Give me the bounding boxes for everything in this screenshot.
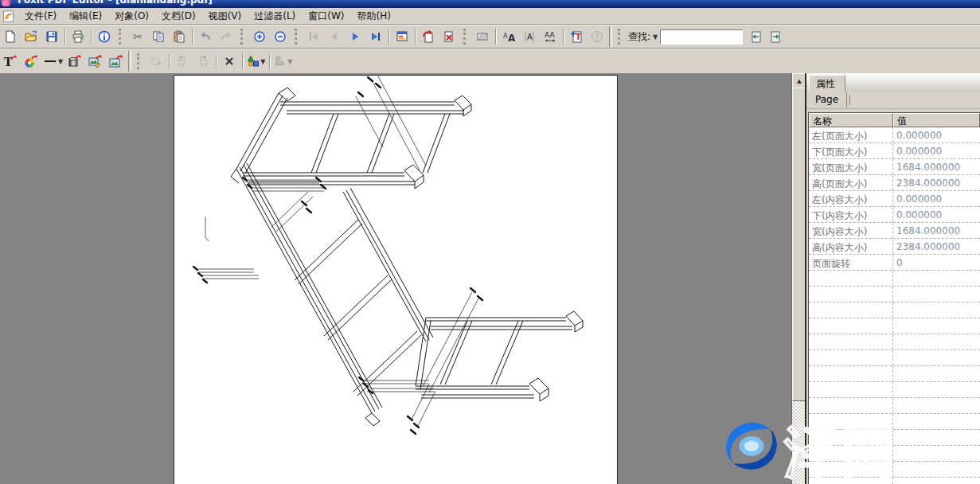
property-name: 左(页面大小) xyxy=(809,127,893,142)
first-page-button[interactable] xyxy=(303,27,324,46)
menu-item-2[interactable]: 对象(O) xyxy=(108,8,155,25)
property-row[interactable]: 宽(内容大小)1684.000000 xyxy=(809,223,980,239)
property-row[interactable]: 下(内容大小)0.000000 xyxy=(809,207,980,223)
insert-text-button[interactable]: T xyxy=(566,27,587,46)
pdf-page[interactable] xyxy=(174,75,618,484)
property-row[interactable] xyxy=(809,271,980,287)
document-icon[interactable] xyxy=(2,10,15,22)
menu-item-4[interactable]: 视图(V) xyxy=(202,8,248,25)
property-row[interactable] xyxy=(809,382,980,398)
document-workspace[interactable] xyxy=(0,73,791,484)
properties-table: 名称 值 左(页面大小)0.000000下(页面大小)0.000000宽(页面大… xyxy=(808,112,980,484)
property-row[interactable] xyxy=(809,287,980,302)
property-row[interactable]: 高(内容大小)2384.000000 xyxy=(809,239,980,255)
undo-button[interactable] xyxy=(195,27,216,46)
page-content-hatch-button[interactable] xyxy=(472,27,493,46)
menu-item-6[interactable]: 窗口(W) xyxy=(302,8,350,25)
find-input[interactable] xyxy=(660,29,743,45)
toolbar-grab-handle[interactable] xyxy=(119,29,123,45)
add-text-button[interactable]: T xyxy=(0,52,21,71)
redo-button[interactable] xyxy=(216,27,236,46)
next-page-button[interactable] xyxy=(345,27,365,46)
property-row[interactable] xyxy=(809,478,980,484)
rotate-object-left-button[interactable] xyxy=(172,52,193,71)
insert-shape-button[interactable]: ▼ xyxy=(245,52,267,71)
scissors-icon: ✂ xyxy=(133,30,143,43)
property-row[interactable]: 页面旋转0 xyxy=(809,255,980,271)
find-next-button[interactable] xyxy=(766,27,787,46)
property-row[interactable] xyxy=(809,334,980,350)
property-name: 页面旋转 xyxy=(809,255,893,270)
open-file-button[interactable] xyxy=(21,27,41,46)
property-row[interactable] xyxy=(809,350,980,366)
property-row[interactable]: 宽(页面大小)1684.000000 xyxy=(809,159,980,175)
property-row[interactable]: 下(页面大小)0.000000 xyxy=(809,143,980,159)
save-button[interactable] xyxy=(41,27,62,46)
copy-button[interactable] xyxy=(148,27,169,46)
paste-button[interactable] xyxy=(169,27,189,46)
property-row[interactable] xyxy=(809,446,980,462)
line-style-button[interactable]: ▼ xyxy=(41,52,64,71)
print-button[interactable] xyxy=(68,27,88,46)
menu-item-7[interactable]: 帮助(H) xyxy=(351,8,397,25)
property-value xyxy=(893,366,980,381)
property-row[interactable] xyxy=(809,302,980,318)
toolbar-grab-handle[interactable] xyxy=(137,53,142,69)
font-size-button[interactable]: AA xyxy=(498,27,519,46)
property-name xyxy=(809,462,893,477)
menu-item-1[interactable]: 编辑(E) xyxy=(63,8,108,25)
previous-page-button[interactable] xyxy=(324,27,345,46)
last-page-button[interactable] xyxy=(365,27,386,46)
page-thumbnails-button[interactable] xyxy=(392,27,412,46)
insert-shape-dropdown-icon[interactable]: ▼ xyxy=(260,58,265,65)
property-value xyxy=(893,462,980,477)
property-row[interactable] xyxy=(809,366,980,382)
property-row[interactable]: 左(内容大小)0.000000 xyxy=(809,191,980,207)
page-tab-row: Page xyxy=(806,92,980,109)
property-row[interactable] xyxy=(809,430,980,446)
toolbar-grab-handle[interactable] xyxy=(463,29,468,45)
vertical-scrollbar[interactable]: ▲ xyxy=(791,73,806,484)
rotate-object-right-button[interactable] xyxy=(193,52,213,71)
toolbar-grab-handle[interactable] xyxy=(240,29,245,45)
document-info-button[interactable] xyxy=(94,27,115,46)
edit-image-button[interactable] xyxy=(85,52,106,71)
property-row[interactable] xyxy=(809,462,980,478)
add-image-button[interactable] xyxy=(106,52,127,71)
property-name xyxy=(809,271,893,286)
properties-tab[interactable]: 属性 xyxy=(809,75,845,93)
property-name xyxy=(809,302,893,318)
property-row[interactable]: 高(页面大小)2384.000000 xyxy=(809,175,980,191)
property-row[interactable]: 左(页面大小)0.000000 xyxy=(809,127,980,143)
find-history-dropdown-icon[interactable]: ▼ xyxy=(653,33,658,41)
cut-button[interactable]: ✂ xyxy=(127,27,148,46)
word-spacing-button[interactable]: AA xyxy=(540,27,560,46)
property-row[interactable] xyxy=(809,398,980,414)
menu-item-0[interactable]: 文件(F) xyxy=(18,8,63,25)
align-objects-button[interactable]: ▼ xyxy=(272,52,294,71)
property-row[interactable] xyxy=(809,414,980,430)
menu-item-3[interactable]: 文档(D) xyxy=(155,8,202,25)
text-mode-button[interactable]: T xyxy=(587,27,607,46)
find-previous-button[interactable] xyxy=(745,27,766,46)
zoom-out-button[interactable] xyxy=(270,27,291,46)
add-color-button[interactable] xyxy=(21,52,41,71)
tab-page[interactable]: Page xyxy=(809,92,847,107)
property-row[interactable] xyxy=(809,318,980,334)
toolbar-grab-handle[interactable] xyxy=(295,29,299,45)
add-shading-button[interactable] xyxy=(64,52,85,71)
column-header-name: 名称 xyxy=(809,113,893,127)
zoom-in-button[interactable] xyxy=(249,27,270,46)
delete-page-button[interactable] xyxy=(439,27,459,46)
new-document-button[interactable] xyxy=(0,27,21,46)
menu-item-5[interactable]: 过滤器(L) xyxy=(248,8,302,25)
letter-spacing-button[interactable]: A xyxy=(519,27,540,46)
delete-object-button[interactable] xyxy=(219,52,240,71)
toolbar-objects: T ▼ ▼ ▼ xyxy=(0,49,980,74)
rotate-page-button[interactable] xyxy=(418,27,439,46)
line-style-dropdown-icon[interactable]: ▼ xyxy=(58,58,63,65)
align-dropdown-icon[interactable]: ▼ xyxy=(287,58,292,65)
transform-object-button[interactable] xyxy=(146,52,166,71)
toolbar-grab-handle[interactable] xyxy=(618,29,623,45)
property-value: 1684.000000 xyxy=(893,159,980,174)
